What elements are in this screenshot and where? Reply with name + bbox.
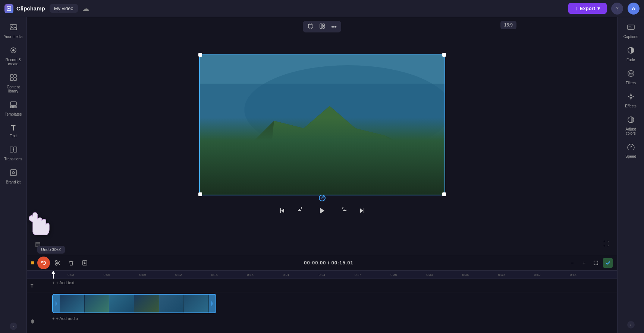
timeline-time-display: 00:00.00 / 00:15.01 — [93, 260, 564, 266]
layout-button[interactable] — [318, 22, 327, 31]
sidebar-item-filters[interactable]: Filters — [619, 66, 643, 88]
ruler-mark-3: 0:12 — [161, 273, 197, 277]
sidebar-item-label: Effects — [625, 104, 636, 108]
play-button[interactable] — [314, 203, 330, 219]
video-title[interactable]: My video — [50, 4, 78, 13]
sidebar-item-your-media[interactable]: Your media — [1, 20, 25, 42]
ruler-mark-10: 0:33 — [412, 273, 447, 277]
sidebar-expand-button[interactable]: › — [10, 323, 17, 330]
svg-rect-34 — [211, 301, 212, 306]
svg-rect-35 — [212, 302, 213, 305]
filters-icon — [627, 69, 635, 79]
your-media-icon — [9, 23, 18, 33]
right-sidebar-collapse-button[interactable]: ‹ — [627, 321, 635, 329]
fade-icon — [627, 46, 635, 56]
video-preview-wrapper[interactable]: ↺ — [199, 54, 445, 195]
help-button[interactable]: ? — [611, 3, 623, 15]
record-create-icon — [9, 46, 18, 56]
svg-point-2 — [12, 26, 13, 27]
add-audio-button[interactable]: + + Add audio — [52, 316, 614, 321]
svg-rect-6 — [14, 75, 16, 77]
crop-handle-br[interactable] — [442, 192, 446, 196]
skip-forward-button[interactable] — [355, 204, 369, 217]
crop-handle-tr[interactable] — [442, 53, 446, 57]
delete-button[interactable] — [66, 257, 77, 268]
aspect-ratio-label: 16:9 — [504, 22, 513, 28]
svg-text:T: T — [31, 283, 34, 288]
sidebar-item-effects[interactable]: Effects — [619, 89, 643, 111]
audio-track-icon — [30, 319, 35, 324]
clip-handle-right[interactable] — [209, 295, 216, 312]
sidebar-item-speed[interactable]: Speed — [619, 140, 643, 161]
sidebar-item-adjust-colors[interactable]: Adjust colors — [619, 113, 643, 138]
preview-area: ••• 16:9 — [27, 17, 617, 255]
sidebar-item-templates[interactable]: Templates — [1, 98, 25, 119]
ruler-mark-9: 0:30 — [376, 273, 412, 277]
cut-button[interactable] — [52, 257, 63, 268]
svg-rect-5 — [10, 75, 13, 77]
video-clip[interactable] — [52, 294, 216, 313]
ruler-mark-1: 0:06 — [89, 273, 125, 277]
confirm-button[interactable] — [603, 258, 613, 268]
user-avatar[interactable]: A — [628, 3, 640, 15]
sidebar-item-captions[interactable]: Captions — [619, 20, 643, 42]
more-icon: ••• — [331, 24, 337, 30]
zoom-fit-button[interactable] — [591, 258, 601, 268]
adjust-colors-icon — [627, 116, 635, 126]
sidebar-item-text[interactable]: T Text — [1, 121, 25, 141]
sidebar-item-fade[interactable]: Fade — [619, 43, 643, 65]
sidebar-item-label: Adjust colors — [621, 127, 641, 135]
rewind-button[interactable]: 5 — [295, 204, 308, 217]
add-text-button[interactable]: + + Add text — [52, 280, 614, 285]
export-chevron: ▾ — [597, 6, 600, 11]
app-logo[interactable]: Clipchamp — [4, 4, 45, 13]
playhead[interactable] — [53, 271, 54, 279]
clip-frames — [60, 295, 209, 312]
fullscreen-button[interactable]: ⛶ — [601, 238, 612, 249]
svg-rect-12 — [10, 147, 13, 152]
svg-rect-18 — [323, 24, 324, 26]
clip-frame-2 — [85, 295, 110, 312]
clip-handle-left[interactable] — [53, 295, 60, 312]
svg-rect-14 — [10, 170, 16, 176]
zoom-out-button[interactable]: − — [567, 258, 577, 268]
svg-point-29 — [56, 260, 57, 262]
ruler-marks: 0:03 0:06 0:09 0:12 0:15 0:18 0:21 0:24 … — [53, 273, 591, 277]
export-icon: ↑ — [575, 6, 578, 11]
audio-track-row: + + Add audio — [27, 315, 617, 328]
svg-rect-16 — [308, 24, 312, 28]
sidebar-item-label: Templates — [5, 112, 22, 116]
video-track-row — [27, 292, 617, 315]
svg-rect-36 — [628, 25, 634, 29]
crop-handle-tl[interactable] — [198, 53, 202, 57]
crop-button[interactable] — [306, 22, 315, 31]
sidebar-item-content-library[interactable]: Content library — [1, 70, 25, 96]
svg-rect-11 — [13, 106, 16, 108]
crop-handle-bl[interactable] — [198, 192, 202, 196]
filmstrip-toggle-button[interactable]: ▤ — [32, 238, 43, 249]
left-sidebar: Your media Record & create Content lib — [0, 17, 27, 333]
save-to-media-button[interactable] — [79, 257, 90, 268]
svg-rect-32 — [56, 301, 56, 306]
skip-back-button[interactable] — [276, 204, 289, 217]
svg-point-4 — [12, 49, 15, 51]
zoom-in-button[interactable]: + — [579, 258, 589, 268]
svg-rect-9 — [10, 102, 16, 106]
svg-rect-25 — [272, 141, 276, 145]
forward-button[interactable] — [336, 204, 349, 217]
ruler-mark-13: 0:42 — [519, 273, 555, 277]
cloud-icon: ☁ — [82, 4, 89, 13]
sidebar-item-brand-kit[interactable]: Brand kit — [1, 166, 25, 187]
sidebar-item-transitions[interactable]: Transitions — [1, 142, 25, 164]
svg-rect-26 — [277, 143, 281, 146]
rotate-handle[interactable]: ↺ — [319, 195, 326, 201]
text-track-icon: T — [30, 283, 35, 288]
export-button[interactable]: ↑ Export ▾ — [568, 3, 607, 14]
sidebar-item-record-create[interactable]: Record & create — [1, 43, 25, 69]
undo-button[interactable] — [37, 257, 50, 269]
timeline-indicator — [31, 261, 34, 264]
svg-point-42 — [630, 147, 631, 148]
text-icon: T — [11, 124, 15, 132]
more-options-button[interactable]: ••• — [330, 23, 338, 31]
svg-rect-8 — [14, 78, 16, 81]
